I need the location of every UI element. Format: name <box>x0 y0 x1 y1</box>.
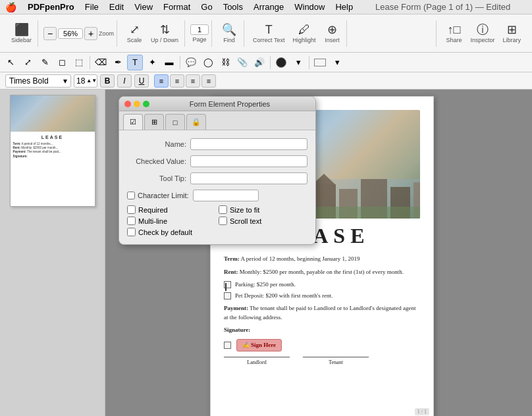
eraser-button[interactable]: ⌫ <box>93 55 109 70</box>
redact-button[interactable]: ▬ <box>161 55 177 70</box>
char-limit-input[interactable] <box>193 190 259 201</box>
window-title: Lease Form (Page 1 of 1) — Edited <box>359 2 527 12</box>
pet-deposit-item: Pet Deposit: $200 with first month's ren… <box>224 292 420 301</box>
highlight-button[interactable]: 🖊 Highlight <box>289 21 319 46</box>
font-name-selector[interactable]: Times Bold ▾ <box>5 74 71 88</box>
landlord-line: Landlord <box>224 357 290 367</box>
signature-checkbox[interactable] <box>224 342 231 349</box>
share-button[interactable]: ↑□ Share <box>442 21 466 46</box>
check-by-default-checkbox[interactable] <box>127 228 136 236</box>
options-grid: Required Size to fit Multi-line Scroll t… <box>127 205 307 225</box>
multiline-label: Multi-line <box>138 217 167 225</box>
library-icon: ⊞ <box>507 24 517 36</box>
find-button[interactable]: 🔍 Find <box>217 21 241 46</box>
menu-go[interactable]: Go <box>196 1 217 13</box>
rect-button[interactable] <box>312 55 328 70</box>
sidebar-icon: ⬛ <box>14 24 29 36</box>
sidebar-button[interactable]: ⬛ Sidebar <box>8 21 35 46</box>
zoom-in-button[interactable]: + <box>84 27 97 40</box>
comment-button[interactable]: 💬 <box>183 55 199 70</box>
lasso-button[interactable]: ◻ <box>54 55 70 70</box>
maximize-button[interactable] <box>143 101 149 107</box>
menu-edit[interactable]: Edit <box>105 1 128 13</box>
crop-button[interactable]: ⬚ <box>71 55 87 70</box>
panel-tab-page[interactable]: □ <box>165 114 185 130</box>
font-size-field[interactable]: 18 ▲▼ <box>74 74 97 88</box>
menu-arrange[interactable]: Arrange <box>249 1 288 13</box>
separator-1 <box>90 56 90 69</box>
tooltip-input[interactable] <box>190 172 307 184</box>
menu-window[interactable]: Window <box>290 1 329 13</box>
share-label: Share <box>446 37 462 43</box>
pen-button[interactable]: ✒ <box>110 55 126 70</box>
bold-button[interactable]: B <box>100 74 115 88</box>
link-button[interactable]: ⛓ <box>217 55 233 70</box>
edit-text-button[interactable]: ✎ <box>37 55 53 70</box>
expand2-button[interactable]: ▾ <box>329 55 345 70</box>
name-input[interactable] <box>190 138 307 150</box>
required-checkbox[interactable] <box>127 205 136 214</box>
minimize-button[interactable] <box>134 101 140 107</box>
circle-button[interactable] <box>273 55 289 70</box>
expand-button[interactable]: ▾ <box>290 55 306 70</box>
parking-checkbox[interactable] <box>224 281 231 288</box>
thumbnail-text: LEASE Term: A period of 12 months... Ren… <box>11 132 95 161</box>
menu-tools[interactable]: Tools <box>219 1 248 13</box>
mark-button[interactable]: ✦ <box>144 55 160 70</box>
speech-button[interactable]: ◯ <box>200 55 216 70</box>
panel-tab-grid[interactable]: ⊞ <box>144 114 164 130</box>
panel-tab-checkbox[interactable]: ☑ <box>123 114 143 130</box>
checked-value-row: Checked Value: <box>127 155 307 167</box>
panel-tab-lock[interactable]: 🔒 <box>186 114 206 130</box>
menu-format[interactable]: Format <box>159 1 195 13</box>
updown-button[interactable]: ⇅ Up / Down <box>147 21 182 46</box>
char-limit-checkbox[interactable] <box>127 192 135 199</box>
tenant-underline <box>303 357 369 357</box>
scroll-text-row: Scroll text <box>219 217 307 225</box>
align-right-button[interactable]: ≡ <box>186 74 200 88</box>
checked-value-input[interactable] <box>190 155 307 167</box>
inspector-button[interactable]: ⓘ Inspector <box>467 21 498 46</box>
zoom-out-button[interactable]: − <box>43 27 57 40</box>
italic-button[interactable]: I <box>117 74 132 88</box>
apple-menu[interactable]: 🍎 <box>5 2 16 13</box>
multiline-row: Multi-line <box>127 217 216 225</box>
library-button[interactable]: ⊞ Library <box>499 21 524 46</box>
correct-text-button[interactable]: T Correct Text <box>250 21 288 46</box>
font-size-stepper[interactable]: ▲▼ <box>86 78 97 84</box>
select2-tool-button[interactable]: ⤢ <box>20 55 36 70</box>
insert-button[interactable]: ⊕ Insert <box>320 21 344 46</box>
name-label: Name: <box>127 140 186 148</box>
select-tool-button[interactable]: ↖ <box>3 55 18 70</box>
align-justify-button[interactable]: ≡ <box>201 74 216 88</box>
menu-bar: 🍎 PDFpenPro File Edit View Format Go Too… <box>0 0 532 14</box>
scale-button[interactable]: ⤢ Scale <box>122 21 146 46</box>
sign-here-button[interactable]: ✍ Sign Here <box>236 339 282 352</box>
menu-file[interactable]: File <box>80 1 103 13</box>
zoom-value[interactable]: 56% <box>58 28 83 39</box>
parking-item: Parking: $250 per month. <box>224 280 420 290</box>
pet-deposit-checkbox[interactable] <box>224 292 231 299</box>
scroll-text-label: Scroll text <box>230 217 261 225</box>
align-left-button[interactable]: ≡ <box>154 74 169 88</box>
menu-app-name[interactable]: PDFpenPro <box>23 1 79 13</box>
parking-text: Parking: $250 per month. <box>235 280 296 290</box>
alignment-group: ≡ ≡ ≡ ≡ <box>154 74 216 88</box>
tenant-label: Tenant <box>329 359 343 367</box>
align-center-button[interactable]: ≡ <box>170 74 184 88</box>
menu-help[interactable]: Help <box>331 1 358 13</box>
audio-button[interactable]: 🔊 <box>252 55 267 70</box>
page-input[interactable]: 1 <box>190 24 209 35</box>
scroll-text-checkbox[interactable] <box>219 217 227 225</box>
page-thumbnail[interactable]: LEASE Term: A period of 12 months... Ren… <box>10 95 95 207</box>
payment-text: The tenant shall be paid to Landlord or … <box>224 305 415 321</box>
size-to-fit-checkbox[interactable] <box>219 205 227 214</box>
attachment-button[interactable]: 📎 <box>234 55 250 70</box>
close-button[interactable] <box>124 101 131 107</box>
multiline-checkbox[interactable] <box>127 217 136 225</box>
text-type-button[interactable]: T <box>127 55 143 70</box>
tool-bar-2: ↖ ⤢ ✎ ◻ ⬚ ⌫ ✒ T ✦ ▬ 💬 ◯ ⛓ 📎 🔊 ▾ ▾ <box>0 53 532 72</box>
underline-button[interactable]: U <box>134 74 149 88</box>
menu-view[interactable]: View <box>130 1 157 13</box>
pdf-body: Term: A period of 12 months, beginning J… <box>224 255 420 367</box>
